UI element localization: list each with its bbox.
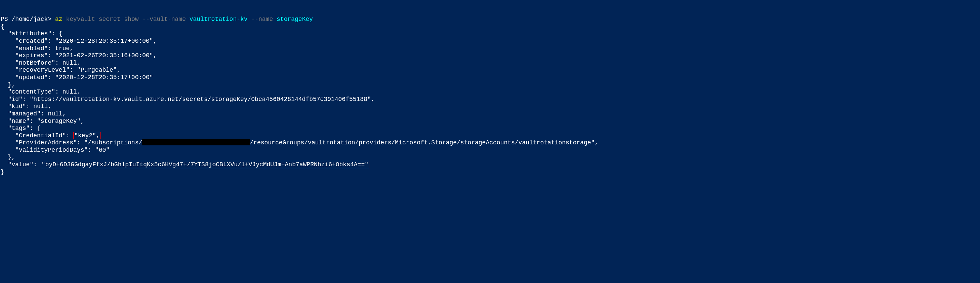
arg-name: storageKey xyxy=(277,16,313,22)
json-value: "value": "byD+6D3GGdgayFfxJ/bGh1pIuItqKx… xyxy=(1,161,369,168)
json-close-brace: } xyxy=(1,169,4,175)
command-name: az xyxy=(55,16,62,22)
prompt-line[interactable]: PS /home/jack> az keyvault secret show -… xyxy=(1,16,313,22)
json-recoverylevel: "recoveryLevel": "Purgeable", xyxy=(1,67,120,74)
json-provideraddress: "ProviderAddress": "/subscriptions//reso… xyxy=(1,139,598,146)
json-id: "id": "https://vaultrotation-kv.vault.az… xyxy=(1,96,375,102)
json-created: "created": "2020-12-28T20:35:17+00:00", xyxy=(1,38,157,45)
terminal-output: PS /home/jack> az keyvault secret show -… xyxy=(1,16,979,176)
json-kid: "kid": null, xyxy=(1,103,51,110)
json-attributes-key: "attributes": { xyxy=(1,30,62,37)
value-highlight: "byD+6D3GGdgayFfxJ/bGh1pIuItqKx5c6HVg47+… xyxy=(41,161,369,168)
json-credentialid: "CredentialId": "key2", xyxy=(1,132,101,139)
json-attributes-close: }, xyxy=(1,82,15,88)
credential-id-highlight: "key2", xyxy=(73,132,101,139)
flag-vault-name: --vault-name xyxy=(142,16,186,22)
prompt-prefix: PS /home/jack> xyxy=(1,16,51,22)
json-expires: "expires": "2021-02-26T20:35:16+00:00", xyxy=(1,52,157,59)
json-tags-close: }, xyxy=(1,154,15,160)
subcommand: keyvault secret show xyxy=(66,16,138,22)
json-managed: "managed": null, xyxy=(1,110,66,117)
json-open-brace: { xyxy=(1,23,4,30)
json-validityperioddays: "ValidityPeriodDays": "60" xyxy=(1,147,110,153)
json-enabled: "enabled": true, xyxy=(1,45,73,52)
json-name: "name": "storageKey", xyxy=(1,118,84,125)
json-notbefore: "notBefore": null, xyxy=(1,59,81,66)
json-contenttype: "contentType": null, xyxy=(1,88,81,95)
json-updated: "updated": "2020-12-28T20:35:17+00:00" xyxy=(1,74,153,81)
redacted-subscription xyxy=(142,139,250,145)
json-tags-key: "tags": { xyxy=(1,125,41,131)
arg-vault-name: vaultrotation-kv xyxy=(189,16,248,22)
flag-name: --name xyxy=(251,16,273,22)
